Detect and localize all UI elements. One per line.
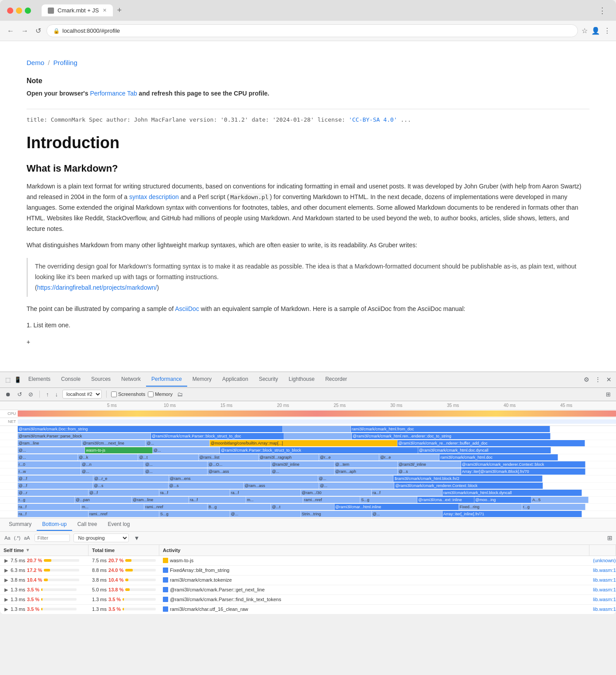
flame-cell[interactable]: @r...e <box>319 454 379 460</box>
flame-cell[interactable]: S...g <box>159 511 230 517</box>
flame-cell[interactable]: B...g <box>208 504 271 510</box>
grid-icon[interactable]: ⊞ <box>607 534 612 541</box>
devtools-more-button[interactable]: ⋮ <box>594 375 602 384</box>
devtools-tab-elements[interactable]: Elements <box>23 372 56 387</box>
flame-cell[interactable]: @rami3l/cmar...html.inline <box>335 504 459 510</box>
devtools-tab-console[interactable]: Console <box>56 372 86 387</box>
devtools-tab-recorder[interactable]: Recorder <box>320 372 352 387</box>
flame-cell[interactable]: @...pan <box>75 497 132 503</box>
flame-cell[interactable]: @ram...line <box>132 497 189 503</box>
stop-button[interactable]: ⊘ <box>27 390 35 399</box>
devtools-device-button[interactable]: 📱 <box>12 376 23 384</box>
flame-cell[interactable]: @... <box>271 468 334 475</box>
flame-cell[interactable]: ra...f <box>230 490 301 496</box>
flame-cell[interactable]: @... <box>18 454 78 460</box>
flame-cell[interactable]: @... <box>153 447 220 453</box>
source-link[interactable]: lib.wasm:1:88432 <box>593 606 616 612</box>
flame-cell[interactable]: @rami3l/cmark/cmark.Parser::block_struct… <box>151 433 284 439</box>
devtools-tab-performance[interactable]: Performance <box>146 372 187 387</box>
flame-cell[interactable] <box>284 433 352 439</box>
th-total-time[interactable]: Total time <box>89 545 159 556</box>
flame-cell[interactable]: @r...e <box>379 454 439 460</box>
flame-cell[interactable]: m... <box>81 504 144 510</box>
daringfireball-link[interactable]: https://daringfireball.net/projects/mark… <box>37 284 157 291</box>
devtools-tab-lighthouse[interactable]: Lighthouse <box>283 372 320 387</box>
source-link[interactable]: lib.wasm:1:123138 <box>593 587 616 592</box>
download-button[interactable]: ↓ <box>54 390 60 399</box>
license-link[interactable]: 'CC-BY-SA 4.0' <box>349 116 397 123</box>
flame-cell[interactable]: @...t <box>138 454 198 460</box>
devtools-right-icon[interactable]: ⊞ <box>604 390 612 399</box>
expand-button[interactable]: ▶ <box>4 587 9 593</box>
breadcrumb-profiling-link[interactable]: Profiling <box>54 59 77 66</box>
tab-summary[interactable]: Summary <box>4 518 37 531</box>
source-link[interactable]: (unknown) <box>593 558 616 563</box>
flame-cell[interactable]: rami3l/cmark/cmark_html.from_doc <box>351 426 551 432</box>
flame-cell[interactable]: wasm-to-js <box>85 447 152 453</box>
flame-cell[interactable]: @moo...ing <box>474 497 531 503</box>
screenshots-checkbox[interactable]: Screenshots <box>111 391 145 397</box>
flame-cell[interactable]: @...O... <box>208 461 271 468</box>
flame-cell[interactable]: rami...nref <box>303 497 360 503</box>
source-link[interactable]: lib.wasm:1:125826 <box>593 577 616 583</box>
flame-cell[interactable]: @... <box>372 511 443 517</box>
flame-cell[interactable]: @... <box>81 468 144 475</box>
flame-cell[interactable]: Array::iter[_inline].fn/71 <box>443 511 582 517</box>
screenshots-input[interactable] <box>111 391 117 397</box>
flame-cell[interactable]: @rami3l/cm....next_line <box>82 440 146 446</box>
filter-case-btn[interactable]: aA <box>23 534 31 541</box>
flame-cell[interactable]: A...5 <box>531 497 589 503</box>
flame-cell[interactable]: @...r_e <box>93 476 169 482</box>
flame-cell[interactable]: @rami3l...ragraph <box>259 454 319 460</box>
flame-cell[interactable]: ra...f <box>372 490 443 496</box>
filter-regex-btn[interactable]: Aa <box>4 534 11 541</box>
refresh-button[interactable]: ↺ <box>34 26 43 36</box>
tab-bottom-up[interactable]: Bottom-up <box>37 518 72 531</box>
flame-cell[interactable]: rami3l/cmark/cmark_html.doc <box>439 454 558 460</box>
settings-icon-button[interactable]: 🗂 <box>175 390 185 399</box>
source-link[interactable]: lib.wasm:1:69460 <box>593 568 616 573</box>
net-bar[interactable] <box>18 419 616 424</box>
refresh-record-button[interactable]: ↺ <box>15 390 24 399</box>
flame-cell[interactable]: m... <box>246 497 303 503</box>
syntax-link[interactable]: syntax description <box>129 193 179 200</box>
th-source[interactable] <box>589 545 616 556</box>
flame-cell[interactable]: Fixed...ring <box>459 504 522 510</box>
flame-cell[interactable]: @rami3l/cma...ext::inline <box>417 497 474 503</box>
flame-cell[interactable] <box>283 426 351 432</box>
flame-cell[interactable]: @rami3l/cmark.Parser::parse_block <box>18 433 151 439</box>
tab-event-log[interactable]: Event log <box>102 518 135 531</box>
flame-cell[interactable]: @... <box>18 447 85 453</box>
flame-cell[interactable]: @rami3l/_inline <box>271 461 334 468</box>
flame-cell[interactable]: @...n <box>81 461 144 468</box>
devtools-tab-memory[interactable]: Memory <box>187 372 217 387</box>
flame-cell[interactable]: ra...f <box>189 497 246 503</box>
flame-cell[interactable]: ra...f <box>159 490 230 496</box>
flame-cell[interactable]: ra...f <box>18 511 89 517</box>
flame-cell[interactable]: Array::iter[@rami3l/cmark.Block].fn/70 <box>461 468 585 475</box>
flame-cell[interactable]: @rami3l/cmark/cmark.Doc::from_string <box>18 426 283 432</box>
th-activity[interactable]: Activity <box>159 545 589 556</box>
back-button[interactable]: ← <box>5 26 16 36</box>
breadcrumb-demo-link[interactable]: Demo <box>27 59 44 66</box>
flame-cell[interactable]: r...0 <box>18 461 81 468</box>
tab-close-button[interactable]: ✕ <box>103 8 107 13</box>
forward-button[interactable]: → <box>19 26 30 36</box>
bookmark-icon[interactable]: ☆ <box>581 27 588 35</box>
close-button[interactable] <box>7 8 13 14</box>
flame-cell[interactable]: S...g <box>360 497 417 503</box>
flame-cell[interactable]: @ram...ass <box>208 468 271 475</box>
devtools-tab-application[interactable]: Application <box>217 372 254 387</box>
maximize-button[interactable] <box>25 8 31 14</box>
grouping-dropdown-btn[interactable]: ▼ <box>132 534 142 542</box>
active-tab[interactable]: Cmark.mbt + JS ✕ <box>42 4 113 16</box>
browser-menu-button[interactable]: ⋮ <box>596 5 609 16</box>
expand-button[interactable]: ▶ <box>4 558 9 564</box>
devtools-inspect-button[interactable]: ⬚ <box>4 376 12 384</box>
filter-dot-btn[interactable]: (.*) <box>13 534 21 541</box>
profile-icon[interactable]: 👤 <box>591 27 600 35</box>
performance-tab-link[interactable]: Performance Tab <box>90 90 137 97</box>
flame-cell[interactable]: @ram...aph <box>335 468 398 475</box>
flame-cell[interactable]: Strin...tring <box>301 511 372 517</box>
flame-cell[interactable]: @... <box>144 461 208 468</box>
